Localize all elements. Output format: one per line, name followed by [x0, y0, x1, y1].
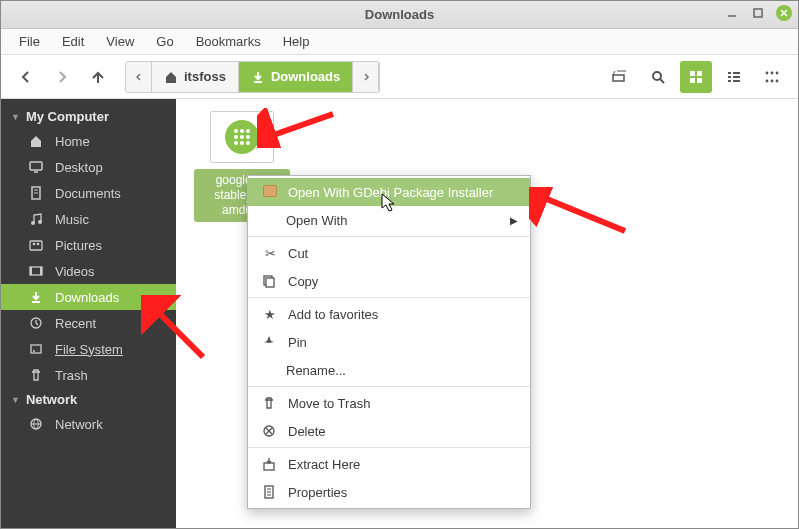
menu-file[interactable]: File [9, 31, 50, 52]
sidebar-item-pictures[interactable]: Pictures [1, 232, 176, 258]
svg-point-21 [771, 79, 774, 82]
svg-point-28 [31, 221, 35, 225]
delete-icon [262, 424, 278, 438]
context-item-label: Move to Trash [288, 396, 370, 411]
window-controls [724, 5, 792, 21]
window-title: Downloads [365, 7, 434, 22]
svg-rect-23 [30, 162, 42, 170]
forward-button[interactable] [47, 62, 77, 92]
path-segment-current[interactable]: Downloads [239, 62, 353, 92]
context-item-label: Delete [288, 424, 326, 439]
maximize-button[interactable] [750, 5, 766, 21]
menu-edit[interactable]: Edit [52, 31, 94, 52]
filesystem-icon [29, 342, 45, 356]
menu-bookmarks[interactable]: Bookmarks [186, 31, 271, 52]
sidebar-item-documents[interactable]: Documents [1, 180, 176, 206]
titlebar: Downloads [1, 1, 798, 29]
sidebar-item-network[interactable]: Network [1, 411, 176, 437]
svg-point-31 [33, 243, 36, 246]
svg-line-52 [153, 307, 203, 357]
sidebar-item-music[interactable]: Music [1, 206, 176, 232]
context-item-label: Add to favorites [288, 307, 378, 322]
path-segment-home[interactable]: itsfoss [152, 62, 239, 92]
sidebar-item-videos[interactable]: Videos [1, 258, 176, 284]
sidebar-item-label: Trash [55, 368, 88, 383]
context-rename[interactable]: Rename... [248, 356, 530, 384]
sidebar-item-home[interactable]: Home [1, 128, 176, 154]
minimize-button[interactable] [724, 5, 740, 21]
sidebar-section-network[interactable]: ▼ Network [1, 388, 176, 411]
annotation-arrow-icon [529, 187, 629, 237]
chevron-down-icon: ▼ [11, 395, 20, 405]
videos-icon [29, 264, 45, 278]
toggle-location-button[interactable] [604, 61, 636, 93]
back-button[interactable] [11, 62, 41, 92]
sidebar-item-label: File System [55, 342, 123, 357]
menu-go[interactable]: Go [146, 31, 183, 52]
svg-rect-41 [266, 278, 274, 287]
context-cut[interactable]: ✂ Cut [248, 239, 530, 267]
svg-point-32 [37, 243, 40, 246]
context-item-label: Copy [288, 274, 318, 289]
svg-line-51 [537, 195, 625, 231]
sidebar-item-label: Videos [55, 264, 95, 279]
svg-rect-37 [31, 345, 41, 353]
sidebar-item-label: Downloads [55, 290, 119, 305]
context-copy[interactable]: Copy [248, 267, 530, 295]
svg-rect-12 [733, 72, 740, 74]
submenu-arrow-icon: ▶ [510, 215, 518, 226]
svg-rect-9 [690, 78, 695, 83]
sidebar-item-trash[interactable]: Trash [1, 362, 176, 388]
path-prev-button[interactable] [126, 62, 152, 92]
sidebar-item-label: Documents [55, 186, 121, 201]
close-button[interactable] [776, 5, 792, 21]
view-icons-button[interactable] [680, 61, 712, 93]
context-move-trash[interactable]: Move to Trash [248, 389, 530, 417]
context-add-favorites[interactable]: ★ Add to favorites [248, 300, 530, 328]
path-next-button[interactable] [353, 62, 379, 92]
context-delete[interactable]: Delete [248, 417, 530, 445]
sidebar-item-label: Network [55, 417, 103, 432]
context-item-label: Rename... [286, 363, 346, 378]
context-properties[interactable]: Properties [248, 478, 530, 506]
annotation-arrow-icon [257, 108, 337, 148]
sidebar-item-label: Home [55, 134, 90, 149]
svg-line-50 [265, 114, 333, 138]
menu-help[interactable]: Help [273, 31, 320, 52]
mouse-cursor-icon [381, 193, 397, 213]
up-button[interactable] [83, 62, 113, 92]
view-list-button[interactable] [718, 61, 750, 93]
svg-point-22 [776, 79, 779, 82]
package-icon [262, 185, 278, 200]
documents-icon [29, 186, 45, 200]
svg-point-17 [766, 71, 769, 74]
search-button[interactable] [642, 61, 674, 93]
view-compact-button[interactable] [756, 61, 788, 93]
context-extract-here[interactable]: Extract Here [248, 450, 530, 478]
sidebar-item-label: Desktop [55, 160, 103, 175]
context-separator [248, 386, 530, 387]
svg-point-5 [653, 72, 661, 80]
svg-point-19 [776, 71, 779, 74]
svg-point-18 [771, 71, 774, 74]
sidebar-section-computer[interactable]: ▼ My Computer [1, 105, 176, 128]
chevron-down-icon: ▼ [11, 112, 20, 122]
toolbar: itsfoss Downloads [1, 55, 798, 99]
download-icon [29, 290, 45, 304]
home-icon [29, 134, 45, 148]
svg-point-38 [33, 350, 35, 352]
svg-rect-11 [728, 72, 731, 74]
network-icon [29, 417, 45, 431]
svg-rect-35 [40, 267, 42, 275]
context-item-label: Open With [286, 213, 347, 228]
properties-icon [262, 485, 278, 499]
sidebar-item-label: Music [55, 212, 89, 227]
sidebar-item-label: Recent [55, 316, 96, 331]
sidebar-item-desktop[interactable]: Desktop [1, 154, 176, 180]
context-pin[interactable]: Pin [248, 328, 530, 356]
svg-point-29 [38, 220, 42, 224]
desktop-icon [29, 160, 45, 174]
context-menu: Open With GDebi Package Installer Open W… [247, 175, 531, 509]
sidebar-section-label: Network [26, 392, 77, 407]
menu-view[interactable]: View [96, 31, 144, 52]
